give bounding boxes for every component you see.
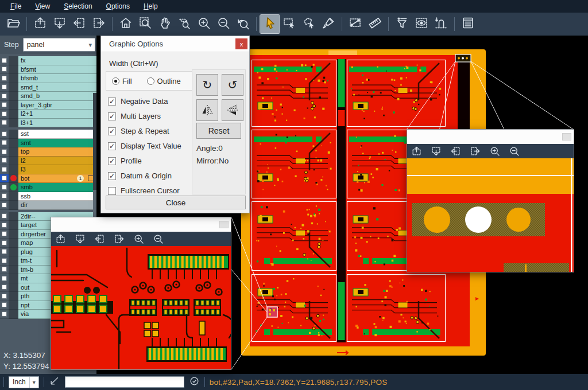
pan-left-button[interactable] (94, 233, 105, 245)
layer-visibility-checkbox[interactable] (0, 292, 9, 301)
zoom-out-button[interactable] (152, 233, 164, 245)
pan-up-button[interactable] (55, 233, 66, 245)
layer-color-indicator[interactable] (9, 119, 18, 128)
layer-visibility-checkbox[interactable] (0, 130, 9, 139)
checkbox-profile[interactable]: ✓Profile (108, 157, 142, 165)
ruler-button[interactable] (365, 15, 385, 33)
brush-button[interactable] (319, 15, 338, 33)
layer-color-indicator[interactable] (9, 183, 18, 192)
layer-color-indicator[interactable] (9, 301, 18, 310)
checkbox-step-repeat[interactable]: ✓Step & Repeat (108, 127, 169, 135)
layer-color-indicator[interactable] (9, 248, 18, 257)
layer-row-l3+1[interactable]: l3+1 (0, 119, 96, 128)
menu-view[interactable]: View (29, 1, 56, 11)
layer-row-l3[interactable]: l3 (0, 165, 96, 174)
layer-row-bot[interactable]: bot1 (0, 174, 96, 184)
eye-view-button[interactable] (412, 15, 431, 33)
layer-row-l2[interactable]: l2 (0, 157, 96, 166)
layer-row-bfsmt[interactable]: bfsmt (0, 65, 96, 75)
checkbox-display-text-value[interactable]: ✓Display Text Value (108, 142, 181, 150)
layer-visibility-checkbox[interactable] (0, 101, 9, 110)
layer-color-indicator[interactable] (9, 201, 18, 210)
layer-visibility-checkbox[interactable] (0, 283, 9, 292)
radio-fill[interactable]: Fill (112, 77, 132, 85)
layer-visibility-checkbox[interactable] (0, 201, 9, 210)
layer-color-indicator[interactable] (9, 157, 18, 166)
select-button[interactable] (260, 15, 280, 33)
layer-visibility-checkbox[interactable] (0, 139, 9, 148)
menu-selection[interactable]: Selection (58, 1, 98, 11)
layer-color-indicator[interactable] (9, 130, 18, 139)
layer-color-indicator[interactable] (9, 83, 18, 92)
layer-visibility-checkbox[interactable] (0, 221, 9, 230)
home-button[interactable] (116, 15, 136, 33)
pan-up-button[interactable] (411, 146, 422, 157)
layer-visibility-checkbox[interactable] (0, 256, 9, 266)
step-select[interactable]: panel ▾ (23, 38, 95, 52)
layer-color-indicator[interactable] (9, 139, 18, 148)
reset-button[interactable]: Reset (196, 123, 241, 139)
pan-down-button[interactable] (50, 15, 69, 33)
layer-visibility-checkbox[interactable] (0, 266, 9, 275)
layer-color-indicator[interactable] (9, 266, 18, 275)
layer-row-fx[interactable]: fx (0, 56, 96, 65)
angle-measure-icon[interactable] (49, 375, 60, 389)
layer-row-l2+1[interactable]: l2+1 (0, 110, 96, 119)
zoom-window-button[interactable] (136, 15, 155, 33)
layer-color-indicator[interactable] (9, 101, 18, 110)
checkbox-datum-origin[interactable]: ✓Datum & Origin (108, 171, 172, 180)
measure-button[interactable] (346, 15, 365, 33)
layer-row-smd_t[interactable]: smd_t (0, 83, 96, 92)
layer-visibility-checkbox[interactable] (0, 92, 9, 101)
checkbox-multi-layers[interactable]: ✓Multi Layers (108, 112, 161, 120)
layer-visibility-checkbox[interactable] (0, 56, 9, 65)
rect-select-button[interactable] (280, 15, 299, 33)
layer-color-indicator[interactable] (9, 92, 18, 101)
checkbox-negative-data[interactable]: ✓Negative Data (108, 97, 168, 106)
snap-button[interactable] (431, 15, 451, 33)
zoom-in-button[interactable] (133, 233, 144, 245)
menu-options[interactable]: Options (100, 1, 136, 11)
menu-help[interactable]: Help (138, 1, 164, 11)
layer-visibility-checkbox[interactable] (0, 230, 9, 239)
layer-color-indicator[interactable] (9, 74, 18, 83)
layer-row-smb[interactable]: smb (0, 183, 96, 192)
layer-visibility-checkbox[interactable] (0, 310, 9, 319)
layer-visibility-checkbox[interactable] (0, 301, 9, 310)
layer-row-sst[interactable]: sst (0, 130, 96, 139)
checkbox-fullscreen-cursor[interactable]: Fullscreen Cursor (108, 186, 180, 195)
layer-color-indicator[interactable] (9, 147, 18, 157)
layer-row-bfsmb[interactable]: bfsmb (0, 74, 96, 83)
layer-visibility-checkbox[interactable] (0, 65, 9, 75)
pan-right-button[interactable] (469, 146, 481, 157)
pan-down-button[interactable] (74, 233, 86, 245)
layer-color-indicator[interactable] (9, 239, 18, 248)
layer-row-top[interactable]: top (0, 147, 96, 157)
layer-color-indicator[interactable] (9, 212, 18, 221)
layer-visibility-checkbox[interactable] (0, 157, 9, 166)
layer-visibility-checkbox[interactable] (0, 248, 9, 257)
layer-visibility-checkbox[interactable] (0, 212, 9, 221)
layer-color-indicator[interactable] (9, 110, 18, 119)
pan-down-button[interactable] (430, 146, 442, 157)
poly-select-button[interactable] (299, 15, 319, 33)
layer-color-indicator[interactable] (9, 292, 18, 301)
magnifier-title-bar[interactable] (51, 217, 231, 232)
close-button[interactable]: Close (106, 196, 246, 209)
rotate-cw-button[interactable]: ↻ (196, 74, 218, 96)
layer-color-indicator[interactable] (9, 165, 18, 174)
unit-select[interactable]: Inch ▾ (9, 376, 39, 388)
magnifier-title-bar[interactable] (407, 130, 574, 144)
layer-color-indicator[interactable] (9, 65, 18, 75)
layer-visibility-checkbox[interactable] (0, 147, 9, 157)
layer-visibility-checkbox[interactable] (0, 174, 9, 184)
flip-horizontal-button[interactable] (196, 99, 218, 121)
rotate-ccw-button[interactable]: ↺ (222, 74, 243, 96)
hand-button[interactable] (155, 15, 175, 33)
layer-visibility-checkbox[interactable] (0, 192, 9, 201)
flip-vertical-button[interactable] (222, 99, 243, 121)
radio-outline[interactable]: Outline (147, 77, 181, 85)
layer-row-smt[interactable]: smt (0, 139, 96, 148)
pan-up-button[interactable] (30, 15, 50, 33)
layer-visibility-checkbox[interactable] (0, 239, 9, 248)
